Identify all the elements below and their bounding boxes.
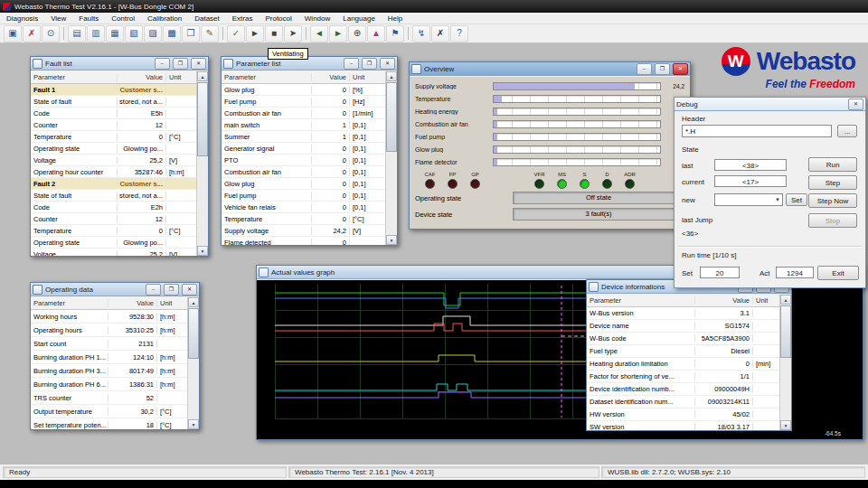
- scroll-down-icon[interactable]: ▼: [386, 235, 397, 245]
- table-row[interactable]: Temperature0[°C]: [31, 225, 196, 237]
- restore-button[interactable]: ❐: [655, 63, 670, 75]
- header-input[interactable]: [682, 125, 832, 137]
- abort-icon[interactable]: ✗: [431, 25, 449, 42]
- table-row[interactable]: Heating duration limitation0[min]: [587, 358, 779, 371]
- table-row[interactable]: Dataset identification num...09003214K11: [587, 396, 779, 408]
- menu-item-view[interactable]: View: [44, 13, 72, 24]
- scrollbar-thumb[interactable]: [386, 82, 397, 152]
- table-row[interactable]: State of faultstored, not a...: [31, 96, 196, 108]
- table-row[interactable]: HW version45/02: [587, 408, 779, 421]
- table-row[interactable]: CodeE2h: [31, 202, 196, 213]
- fault-list-titlebar[interactable]: Fault list – ❐ ✕: [31, 57, 208, 70]
- table-row[interactable]: Burning duration PH 1...124:10[h:m]: [31, 351, 187, 364]
- minimize-button[interactable]: –: [146, 284, 161, 296]
- operating-data-icon[interactable]: ▧: [125, 25, 143, 42]
- forward-icon[interactable]: ►: [329, 25, 347, 42]
- play-icon[interactable]: ►: [246, 25, 264, 42]
- table-row[interactable]: Combustion air fan0[1/min]: [222, 108, 385, 119]
- scrollbar-track[interactable]: [780, 305, 791, 420]
- stop-button[interactable]: Stop: [808, 213, 857, 228]
- menu-item-calibration[interactable]: Calibration: [141, 13, 188, 24]
- table-row[interactable]: Set temperature poten...18[°C]: [31, 418, 187, 429]
- scroll-up-icon[interactable]: ▲: [780, 295, 791, 305]
- dataset-icon[interactable]: ❐: [182, 25, 200, 42]
- menu-item-faults[interactable]: Faults: [72, 13, 105, 24]
- run-button[interactable]: Run: [808, 157, 857, 172]
- overview-icon[interactable]: ▦: [106, 25, 124, 42]
- table-row[interactable]: Temperature0[°C]: [31, 131, 196, 143]
- menu-item-window[interactable]: Window: [298, 13, 336, 24]
- table-row[interactable]: Factor for shortening of ve...1/1: [587, 371, 779, 383]
- scrollbar-thumb[interactable]: [197, 82, 208, 156]
- menu-item-help[interactable]: Help: [382, 13, 409, 24]
- restore-button[interactable]: ❐: [173, 58, 188, 70]
- table-row[interactable]: Fault 1Customer s...: [31, 84, 196, 96]
- set-state-button[interactable]: Set: [786, 193, 807, 206]
- menu-item-protocol[interactable]: Protocol: [259, 13, 297, 24]
- scroll-down-icon[interactable]: ▼: [197, 246, 208, 256]
- table-row[interactable]: PTO0[0,1]: [222, 155, 385, 166]
- minimize-button[interactable]: –: [344, 58, 359, 70]
- browse-button[interactable]: ...: [837, 125, 857, 137]
- menu-item-language[interactable]: Language: [336, 13, 382, 24]
- scrollbar-thumb[interactable]: [188, 308, 199, 359]
- scrollbar-track[interactable]: [188, 307, 199, 419]
- delete-icon[interactable]: ✗: [23, 25, 41, 42]
- table-row[interactable]: Operating hour counter35287:46[h:m]: [31, 166, 196, 178]
- parameter-list-titlebar[interactable]: Parameter list – ❐ ✕: [222, 57, 397, 70]
- table-row[interactable]: Summer1[0,1]: [222, 131, 385, 143]
- scroll-up-icon[interactable]: ▲: [197, 71, 208, 81]
- table-row[interactable]: Voltage25,2[V]: [31, 155, 196, 166]
- table-row[interactable]: Generator signal0[0,1]: [222, 143, 385, 155]
- menu-item-diagnosis[interactable]: Diagnosis: [0, 13, 44, 24]
- step-button[interactable]: Step: [808, 175, 857, 190]
- table-row[interactable]: Operating stateGlowing po...: [31, 143, 196, 155]
- device-info-icon[interactable]: ▨: [144, 25, 162, 42]
- table-row[interactable]: Vehicle fan relais0[0,1]: [222, 202, 385, 213]
- table-row[interactable]: Counter12: [31, 119, 196, 131]
- scroll-up-icon[interactable]: ▲: [386, 71, 397, 81]
- check-icon[interactable]: ✓: [227, 25, 245, 42]
- table-row[interactable]: Operating hours35310:25[h:m]: [31, 324, 187, 337]
- runtime-set-field[interactable]: 20: [700, 267, 740, 278]
- menu-item-extras[interactable]: Extras: [226, 13, 259, 24]
- overview-titlebar[interactable]: Overview – ❐ ✕: [410, 62, 690, 76]
- new-window-icon[interactable]: ▣: [4, 25, 22, 42]
- table-row[interactable]: Flame detected0: [222, 237, 385, 245]
- table-row[interactable]: Glow plug0[0,1]: [222, 178, 385, 190]
- restore-button[interactable]: ❐: [362, 58, 377, 70]
- table-row[interactable]: Start count2131: [31, 337, 187, 351]
- scrollbar-track[interactable]: [386, 81, 397, 235]
- minimize-button[interactable]: –: [637, 63, 652, 75]
- table-row[interactable]: CodeE5h: [31, 108, 196, 119]
- graph-icon[interactable]: ▩: [163, 25, 181, 42]
- table-row[interactable]: Operating stateGlowing po...: [31, 237, 196, 249]
- menu-item-dataset[interactable]: Dataset: [188, 13, 226, 24]
- close-button[interactable]: ✕: [182, 284, 197, 296]
- help-icon[interactable]: ?: [450, 25, 468, 42]
- table-row[interactable]: SW version18/03 3.17: [587, 421, 779, 430]
- table-row[interactable]: main switch1[0,1]: [222, 119, 385, 131]
- close-button[interactable]: ✕: [191, 58, 206, 70]
- table-row[interactable]: TRS counter52: [31, 391, 187, 405]
- menu-item-control[interactable]: Control: [105, 13, 141, 24]
- table-row[interactable]: Working hours9528:30[h:m]: [31, 310, 187, 324]
- search-icon[interactable]: ⊙: [42, 25, 60, 42]
- table-row[interactable]: Fault 2Customer s...: [31, 178, 196, 190]
- stop-icon[interactable]: ■: [265, 25, 283, 42]
- table-row[interactable]: Supply voltage24,2[V]: [222, 225, 385, 237]
- table-row[interactable]: Device nameSG1574: [587, 320, 779, 333]
- table-row[interactable]: Device identification numb...09000049H: [587, 383, 779, 396]
- close-button[interactable]: ✕: [848, 99, 863, 110]
- operating-data-titlebar[interactable]: Operating data – ❐ ✕: [31, 283, 199, 296]
- pointer-icon[interactable]: ➤: [284, 25, 302, 42]
- close-button[interactable]: ✕: [673, 63, 688, 75]
- vertical-scrollbar[interactable]: ▲ ▼: [779, 295, 791, 430]
- table-row[interactable]: Burning duration PH 6...1386:31[h:m]: [31, 378, 187, 391]
- back-icon[interactable]: ◄: [310, 25, 328, 42]
- table-row[interactable]: Voltage25,2[V]: [31, 249, 196, 256]
- debug-titlebar[interactable]: Debug ✕: [675, 98, 865, 111]
- fault-list-icon[interactable]: ▤: [68, 25, 86, 42]
- restore-button[interactable]: ❐: [164, 284, 179, 296]
- new-state-dropdown[interactable]: ▼: [714, 193, 783, 206]
